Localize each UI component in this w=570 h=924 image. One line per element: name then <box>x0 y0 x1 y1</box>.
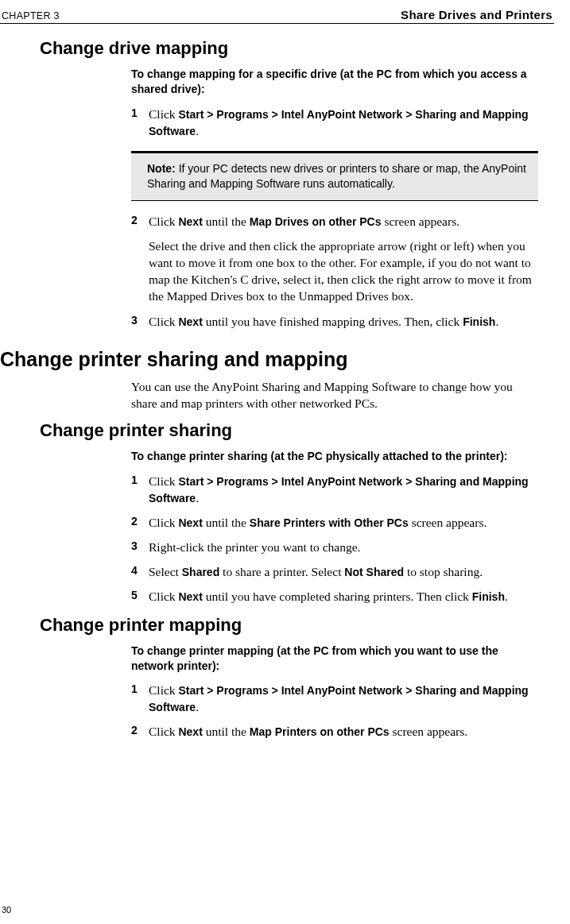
bold-text: Start > Programs > Intel AnyPoint Networ… <box>149 684 529 713</box>
section1-content: To change mapping for a specific drive (… <box>131 67 538 331</box>
step-2-subtext: Select the drive and then click the appr… <box>149 238 538 305</box>
step-number: 3 <box>131 314 149 331</box>
step-text: Click Next until the Share Printers with… <box>149 515 487 532</box>
step-number: 2 <box>131 724 149 740</box>
text-fragment: . <box>196 124 199 137</box>
note-text: If your PC detects new drives or printer… <box>147 162 526 191</box>
step-2: 2 Click Next until the Map Drives on oth… <box>131 214 538 230</box>
section2-content: You can use the AnyPoint Sharing and Map… <box>131 379 538 412</box>
section2-para: You can use the AnyPoint Sharing and Map… <box>131 379 538 412</box>
step-1: 1 Click Start > Programs > Intel AnyPoin… <box>131 682 538 716</box>
section4-intro: To change printer mapping (at the PC fro… <box>131 644 538 674</box>
text-fragment: Select <box>149 565 182 578</box>
heading-change-drive-mapping: Change drive mapping <box>40 38 554 59</box>
bold-text: Unmapped Drives <box>299 289 389 303</box>
text-fragment: to share a printer. Select <box>219 565 344 578</box>
bold-text: Not Shared <box>344 566 404 578</box>
step-3: 3 Right-click the printer you want to ch… <box>131 539 538 556</box>
bold-text: Share Printers with Other PCs <box>250 516 409 529</box>
bold-text: Start > Programs > Intel AnyPoint Networ… <box>149 475 529 505</box>
step-text: Click Start > Programs > Intel AnyPoint … <box>149 474 538 507</box>
bold-text: Finish <box>463 315 495 328</box>
step-2: 2 Click Next until the Map Printers on o… <box>131 724 538 740</box>
text-fragment: Click <box>149 725 178 738</box>
text-fragment: . <box>196 700 199 713</box>
step-number: 2 <box>131 515 149 532</box>
bold-text: Next <box>178 725 202 738</box>
text-fragment: . <box>505 590 508 603</box>
text-fragment: until the <box>203 516 250 529</box>
text-fragment: until the <box>203 725 250 738</box>
page-number: 30 <box>2 905 11 914</box>
text-fragment: Click <box>149 590 178 603</box>
heading-change-printer-mapping: Change printer mapping <box>40 615 554 636</box>
bold-text: Next <box>178 590 202 603</box>
step-number: 1 <box>131 474 149 507</box>
step-4: 4 Select Shared to share a printer. Sele… <box>131 564 538 581</box>
step-text: Click Start > Programs > Intel AnyPoint … <box>149 106 538 140</box>
header-title: Share Drives and Printers <box>401 8 553 21</box>
step-number: 5 <box>131 589 149 605</box>
step-text: Select Shared to share a printer. Select… <box>149 564 483 581</box>
bold-text: Finish <box>472 590 505 603</box>
step-1: 1 Click Start > Programs > Intel AnyPoin… <box>131 106 538 140</box>
step-number: 1 <box>131 106 149 140</box>
section4-content: To change printer mapping (at the PC fro… <box>131 644 538 741</box>
step-1: 1 Click Start > Programs > Intel AnyPoin… <box>131 474 538 507</box>
bold-text: Start > Programs > Intel AnyPoint Networ… <box>149 108 529 137</box>
chapter-label: CHAPTER 3 <box>2 10 60 21</box>
note-label: Note: <box>147 162 179 175</box>
text-fragment: until you have completed sharing printer… <box>203 590 472 603</box>
step-number: 3 <box>131 539 149 556</box>
text-fragment: to stop sharing. <box>404 565 483 578</box>
text-fragment: until you have finished mapping drives. … <box>203 315 463 328</box>
section3-intro: To change printer sharing (at the PC phy… <box>131 449 538 464</box>
text-fragment: box. <box>389 289 413 303</box>
text-fragment: until the <box>203 215 250 228</box>
bold-text: Shared <box>182 566 219 578</box>
bold-text: Next <box>178 315 202 328</box>
text-fragment: screen appears. <box>409 516 487 529</box>
step-2: 2 Click Next until the Share Printers wi… <box>131 515 538 532</box>
section1-intro: To change mapping for a specific drive (… <box>131 67 538 97</box>
step-number: 1 <box>131 682 149 716</box>
bold-text: Mapped Drives <box>167 289 243 303</box>
step-text: Click Next until you have finished mappi… <box>149 314 498 331</box>
section3-content: To change printer sharing (at the PC phy… <box>131 449 538 605</box>
text-fragment: box to the <box>243 289 299 303</box>
step-text: Right-click the printer you want to chan… <box>149 539 360 556</box>
heading-change-printer-sharing: Change printer sharing <box>40 420 554 441</box>
text-fragment: Click <box>149 107 178 121</box>
note-box: Note: If your PC detects new drives or p… <box>131 151 538 201</box>
step-5: 5 Click Next until you have completed sh… <box>131 589 538 605</box>
step-text: Click Next until the Map Printers on oth… <box>149 724 467 740</box>
text-fragment: Click <box>149 315 178 328</box>
bold-text: Map Printers on other PCs <box>250 725 390 738</box>
bold-text: Next <box>178 516 202 529</box>
bold-text: Next <box>178 215 202 228</box>
heading-change-printer-sharing-mapping: Change printer sharing and mapping <box>0 348 554 371</box>
text-fragment: Click <box>149 516 178 529</box>
step-3: 3 Click Next until you have finished map… <box>131 314 538 331</box>
step-text: Click Next until you have completed shar… <box>149 589 508 605</box>
text-fragment: screen appears. <box>382 215 460 228</box>
text-fragment: . <box>495 315 498 328</box>
text-fragment: Click <box>149 683 178 697</box>
page-header: CHAPTER 3 Share Drives and Printers <box>0 8 554 24</box>
bold-text: Map Drives on other PCs <box>250 215 382 228</box>
text-fragment: . <box>196 491 199 505</box>
text-fragment: Click <box>149 474 178 488</box>
step-number: 2 <box>131 214 149 230</box>
step-text: Click Start > Programs > Intel AnyPoint … <box>149 682 538 716</box>
text-fragment: screen appears. <box>390 725 468 738</box>
text-fragment: Click <box>149 215 178 228</box>
step-number: 4 <box>131 564 149 581</box>
step-text: Click Next until the Map Drives on other… <box>149 214 459 230</box>
